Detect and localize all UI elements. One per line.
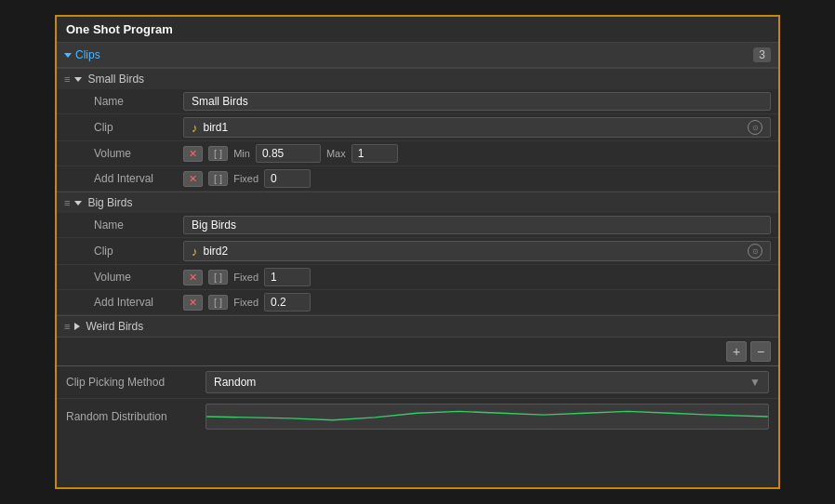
interval-bracket-btn-bb[interactable]: [ ] [208,295,228,310]
clips-count: 3 [753,47,771,62]
clip-name-bb: bird2 [204,245,229,258]
eq-icon-small: ≡ [64,73,69,85]
interval-label-sb: Add Interval [94,172,178,185]
select-arrow-icon: ▼ [749,376,761,389]
bottom-section: Clip Picking Method Random ▼ Random Dist… [57,365,778,434]
volume-x-btn-bb[interactable]: ✕ [183,270,203,285]
big-birds-clip-row: Clip ♪ bird2 ⊙ [57,238,778,265]
small-birds-header[interactable]: ≡ Small Birds [57,69,778,89]
big-birds-interval-row: Add Interval ✕ [ ] Fixed [57,290,778,315]
clips-collapse-icon [64,53,72,58]
big-birds-name-row: Name Big Birds [57,213,778,238]
clip-label-bb: Clip [94,245,178,258]
target-icon-bb[interactable]: ⊙ [748,244,762,259]
remove-clip-button[interactable]: − [750,341,771,362]
add-clip-button[interactable]: + [726,341,747,362]
volume-value-bb[interactable] [264,268,311,286]
interval-value-bb[interactable] [264,293,311,312]
volume-mode-bb: Fixed [233,272,258,283]
clip-picking-select[interactable]: Random ▼ [205,371,769,393]
music-icon-bb: ♪ [192,245,198,259]
small-birds-clip-row: Clip ♪ bird1 ⊙ [57,114,778,141]
small-birds-name-value[interactable]: Small Birds [183,92,771,111]
main-panel: One Shot Program Clips 3 ≡ Small Birds N… [55,15,780,489]
volume-max-label-sb: Max [326,148,346,159]
volume-label-bb: Volume [94,271,178,284]
big-birds-label: Big Birds [87,196,132,209]
big-birds-collapse-icon [74,201,82,206]
name-label-bb: Name [94,219,178,232]
volume-label-sb: Volume [94,147,178,160]
small-birds-group: ≡ Small Birds Name Small Birds Clip ♪ bi… [57,68,778,192]
small-birds-interval-row: Add Interval ✕ [ ] Fixed [57,166,778,192]
clip-picking-label: Clip Picking Method [66,376,196,389]
clips-label: Clips [75,48,100,61]
small-birds-collapse-icon [74,77,82,82]
clip-picking-value: Random [214,376,256,389]
interval-x-btn-sb[interactable]: ✕ [183,171,203,187]
music-icon-sb: ♪ [192,121,198,135]
weird-birds-group: ≡ Weird Birds [57,315,778,337]
weird-birds-expand-icon [74,323,80,330]
clip-picking-row: Clip Picking Method Random ▼ [57,366,778,399]
interval-mode-bb: Fixed [233,297,258,308]
weird-birds-header[interactable]: ≡ Weird Birds [57,316,778,337]
eq-icon-big: ≡ [64,197,69,208]
name-label: Name [94,95,178,108]
interval-label-bb: Add Interval [94,296,178,309]
small-birds-label: Small Birds [87,73,144,86]
interval-mode-sb: Fixed [233,173,258,184]
big-birds-volume-row: Volume ✕ [ ] Fixed [57,265,778,290]
distribution-row: Random Distribution [57,399,778,434]
interval-value-sb[interactable] [264,169,311,188]
big-birds-clip-value[interactable]: ♪ bird2 ⊙ [183,241,771,261]
panel-title: One Shot Program [57,17,778,43]
target-icon-sb[interactable]: ⊙ [748,120,762,135]
big-birds-header[interactable]: ≡ Big Birds [57,192,778,213]
eq-icon-weird: ≡ [64,321,69,332]
interval-x-btn-bb[interactable]: ✕ [183,295,203,311]
distribution-chart [205,404,769,430]
volume-bracket-btn-sb[interactable]: [ ] [208,146,228,161]
big-birds-name-value[interactable]: Big Birds [183,216,771,234]
interval-bracket-btn-sb[interactable]: [ ] [208,171,228,186]
clip-name-sb: bird1 [204,121,229,134]
clips-header[interactable]: Clips 3 [57,43,778,68]
distribution-label: Random Distribution [66,410,196,423]
volume-min-label-sb: Min [233,148,250,159]
volume-bracket-btn-bb[interactable]: [ ] [208,270,228,285]
add-remove-row: + − [57,337,778,365]
volume-min-field-sb[interactable] [256,144,321,163]
weird-birds-label: Weird Birds [86,320,143,333]
big-birds-group: ≡ Big Birds Name Big Birds Clip ♪ bird2 … [57,192,778,315]
volume-max-field-sb[interactable] [351,144,398,163]
small-birds-name-row: Name Small Birds [57,89,778,114]
small-birds-clip-value[interactable]: ♪ bird1 ⊙ [183,117,771,138]
clip-label-sb: Clip [94,121,178,134]
volume-x-btn-sb[interactable]: ✕ [183,146,203,162]
small-birds-volume-row: Volume ✕ [ ] Min Max [57,141,778,166]
